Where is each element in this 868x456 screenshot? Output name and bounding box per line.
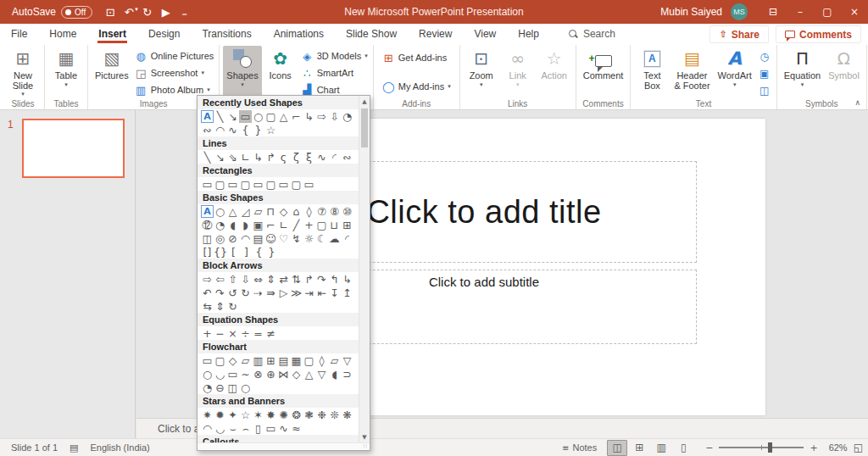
- ribbon-tab-slide-show[interactable]: Slide Show: [335, 24, 408, 44]
- shape-cell[interactable]: ▯: [252, 422, 264, 435]
- shape-cell[interactable]: +: [303, 219, 315, 231]
- shape-cell[interactable]: [: [227, 246, 240, 259]
- shape-cell[interactable]: ÷: [239, 327, 252, 340]
- shape-cell[interactable]: ≈: [290, 422, 303, 435]
- shape-cell[interactable]: ▭: [264, 422, 277, 435]
- customize-qat-button[interactable]: ₌: [175, 6, 194, 19]
- slide-thumbnail[interactable]: [22, 119, 125, 178]
- shape-cell[interactable]: ▢: [214, 354, 226, 367]
- shape-cell[interactable]: ❋: [341, 409, 353, 421]
- ribbon-button-shapes[interactable]: Shapes▾: [223, 46, 261, 98]
- zoom-slider[interactable]: [719, 447, 804, 448]
- shape-cell[interactable]: ⊓: [264, 205, 277, 218]
- restore-button[interactable]: ▢: [814, 0, 841, 24]
- shape-cell[interactable]: ☁: [328, 232, 341, 245]
- close-button[interactable]: ×: [841, 0, 868, 24]
- shape-cell[interactable]: ▭: [277, 178, 290, 191]
- shape-cell[interactable]: {: [239, 124, 252, 136]
- shape-cell[interactable]: ╱: [290, 219, 303, 231]
- shape-cell[interactable]: ○: [239, 381, 252, 394]
- shape-cell[interactable]: ☾: [315, 232, 328, 245]
- shape-cell[interactable]: ▥: [252, 354, 264, 367]
- shape-cell[interactable]: ○: [252, 110, 264, 123]
- shape-cell[interactable]: ⇕: [214, 300, 226, 313]
- shape-cell[interactable]: ✹: [214, 409, 226, 421]
- shape-cell[interactable]: ◊: [315, 354, 328, 367]
- shape-cell[interactable]: ❊: [328, 409, 341, 421]
- shape-cell[interactable]: ▭: [201, 354, 214, 367]
- ribbon-tab-review[interactable]: Review: [408, 24, 463, 44]
- shape-cell[interactable]: ╲: [201, 151, 214, 164]
- share-button[interactable]: ⇧ Share: [709, 25, 769, 43]
- shape-cell[interactable]: ▱: [328, 354, 341, 367]
- shape-cell[interactable]: ❃: [303, 409, 315, 421]
- shape-cell[interactable]: ◜: [341, 232, 353, 245]
- shape-cell[interactable]: ⌣: [226, 422, 239, 435]
- shape-cell[interactable]: ↱: [303, 273, 315, 286]
- shape-cell[interactable]: ╲: [214, 110, 226, 123]
- ribbon-button-get-add-ins[interactable]: ⊞Get Add-ins: [381, 50, 453, 65]
- ribbon-button-icons[interactable]: ✿Icons: [263, 46, 298, 98]
- shape-cell[interactable]: ▷: [277, 286, 290, 299]
- slide-sorter-view-button[interactable]: ⊞: [629, 440, 649, 456]
- shape-cell[interactable]: ξ: [303, 151, 315, 164]
- scrollbar-thumb[interactable]: [361, 108, 368, 147]
- shape-cell[interactable]: ⇩: [328, 110, 341, 123]
- shape-cell[interactable]: ❉: [315, 409, 328, 421]
- shape-cell[interactable]: ∟: [239, 151, 252, 164]
- shape-cell[interactable]: ▱: [252, 205, 264, 218]
- text-box-shape-cell[interactable]: A: [201, 110, 214, 123]
- shape-cell[interactable]: ↷: [214, 286, 226, 299]
- shape-cell[interactable]: ⇧: [226, 273, 239, 286]
- shape-cell[interactable]: ⌐: [290, 110, 303, 123]
- shape-cell[interactable]: ⑫: [201, 219, 214, 231]
- shape-cell[interactable]: }: [265, 246, 278, 259]
- ribbon-tab-transitions[interactable]: Transitions: [191, 24, 262, 44]
- shape-cell[interactable]: ◫: [201, 232, 214, 245]
- shape-cell[interactable]: ◠: [214, 124, 226, 136]
- fit-slide-icon[interactable]: ◱: [854, 442, 863, 453]
- shape-cell[interactable]: ▽: [341, 354, 353, 367]
- ribbon-tab-view[interactable]: View: [463, 24, 507, 44]
- search-box[interactable]: Search: [569, 28, 615, 40]
- shape-cell[interactable]: ∟: [277, 219, 290, 231]
- user-name[interactable]: Mubin Saiyed: [660, 6, 722, 18]
- ribbon-button-slide-number[interactable]: ▣: [756, 66, 773, 81]
- shape-cell[interactable]: []: [201, 246, 214, 259]
- shape-cell[interactable]: ⊔: [328, 219, 341, 231]
- ribbon-button-smartart[interactable]: ∴SmartArt: [299, 65, 370, 81]
- shape-cell[interactable]: ✦: [226, 409, 239, 421]
- shape-cell[interactable]: ✶: [252, 409, 264, 421]
- avatar[interactable]: MS: [731, 3, 748, 20]
- shape-cell[interactable]: ⊞: [264, 354, 277, 367]
- reading-view-button[interactable]: ▥: [651, 440, 671, 456]
- shape-cell[interactable]: ⌢: [239, 422, 252, 435]
- shape-cell[interactable]: ↺: [226, 286, 239, 299]
- ribbon-tab-design[interactable]: Design: [137, 24, 191, 44]
- shape-cell[interactable]: ▢: [303, 354, 315, 367]
- shape-cell[interactable]: ⇤: [315, 286, 328, 299]
- ribbon-button-new-slide[interactable]: ⊞NewSlide▾: [5, 46, 41, 98]
- language-indicator[interactable]: English (India): [90, 442, 149, 453]
- shape-cell[interactable]: ⇅: [290, 273, 303, 286]
- shape-cell[interactable]: ⌐: [264, 219, 277, 231]
- shape-cell[interactable]: =: [252, 327, 264, 340]
- shape-cell[interactable]: ⇛: [264, 286, 277, 299]
- shape-cell[interactable]: ⊞: [341, 219, 353, 231]
- shape-cell[interactable]: ⇨: [201, 273, 214, 286]
- zoom-out-button[interactable]: −: [705, 442, 713, 453]
- shape-cell[interactable]: −: [214, 327, 226, 340]
- ribbon-button-comment[interactable]: Comment: [580, 46, 627, 98]
- comments-button[interactable]: Comments: [776, 25, 861, 43]
- selected-shape-cell[interactable]: ▭: [239, 110, 252, 123]
- ribbon-tab-file[interactable]: File: [0, 24, 38, 44]
- shape-cell[interactable]: ◇: [277, 205, 290, 218]
- ribbon-button-pictures[interactable]: ▧Pictures: [92, 46, 132, 98]
- autosave-toggle[interactable]: AutoSave Off: [12, 6, 92, 19]
- shape-cell[interactable]: ⑩: [341, 205, 353, 218]
- shape-cell[interactable]: ⊖: [214, 381, 226, 394]
- shape-cell[interactable]: ⊕: [264, 368, 277, 381]
- shape-cell[interactable]: ▢: [315, 219, 328, 231]
- shape-cell[interactable]: ⇆: [201, 300, 214, 313]
- ribbon-button-wordart[interactable]: AWordArt▾: [715, 46, 755, 98]
